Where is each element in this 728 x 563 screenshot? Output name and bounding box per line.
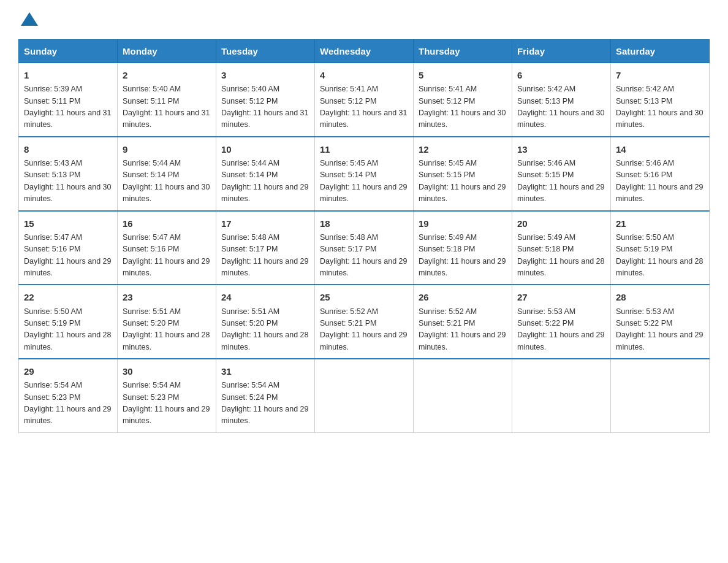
sunrise-text: Sunrise: 5:40 AM	[221, 85, 279, 93]
sunrise-text: Sunrise: 5:47 AM	[123, 233, 181, 242]
sunset-text: Sunset: 5:22 PM	[616, 319, 672, 327]
calendar-cell	[611, 359, 710, 432]
calendar-cell: 25Sunrise: 5:52 AMSunset: 5:21 PMDayligh…	[315, 285, 414, 359]
calendar-cell: 29Sunrise: 5:54 AMSunset: 5:23 PMDayligh…	[19, 359, 118, 432]
calendar-cell	[315, 359, 414, 432]
sunrise-text: Sunrise: 5:42 AM	[616, 85, 674, 93]
daylight-text: Daylight: 11 hours and 28 minutes.	[221, 331, 308, 351]
day-number: 21	[616, 216, 704, 231]
calendar-cell: 5Sunrise: 5:41 AMSunset: 5:12 PMDaylight…	[414, 63, 512, 137]
calendar-cell: 16Sunrise: 5:47 AMSunset: 5:16 PMDayligh…	[118, 211, 216, 285]
daylight-text: Daylight: 11 hours and 31 minutes.	[221, 109, 308, 129]
sunrise-text: Sunrise: 5:49 AM	[419, 233, 477, 242]
sunset-text: Sunset: 5:20 PM	[221, 319, 278, 327]
sunset-text: Sunset: 5:21 PM	[320, 319, 376, 327]
sunrise-text: Sunrise: 5:52 AM	[320, 307, 378, 316]
daylight-text: Daylight: 11 hours and 29 minutes.	[517, 183, 604, 203]
day-number: 17	[221, 216, 309, 231]
sunset-text: Sunset: 5:23 PM	[24, 393, 80, 402]
sunset-text: Sunset: 5:12 PM	[221, 97, 278, 105]
sunrise-text: Sunrise: 5:53 AM	[616, 307, 674, 316]
sunset-text: Sunset: 5:11 PM	[123, 97, 179, 105]
sunset-text: Sunset: 5:14 PM	[320, 170, 376, 179]
calendar-cell: 12Sunrise: 5:45 AMSunset: 5:15 PMDayligh…	[414, 137, 512, 211]
sunrise-text: Sunrise: 5:46 AM	[517, 159, 575, 167]
sunrise-text: Sunrise: 5:51 AM	[221, 307, 279, 316]
calendar-cell: 30Sunrise: 5:54 AMSunset: 5:23 PMDayligh…	[118, 359, 216, 432]
day-number: 8	[24, 142, 112, 156]
day-number: 26	[419, 290, 507, 304]
daylight-text: Daylight: 11 hours and 28 minutes.	[616, 257, 703, 277]
weekday-header-tuesday: Tuesday	[216, 40, 315, 63]
day-number: 7	[616, 68, 704, 82]
sunset-text: Sunset: 5:22 PM	[517, 319, 574, 327]
sunrise-text: Sunrise: 5:46 AM	[616, 159, 674, 167]
sunset-text: Sunset: 5:16 PM	[616, 170, 672, 179]
calendar-cell	[512, 359, 611, 432]
calendar-cell: 8Sunrise: 5:43 AMSunset: 5:13 PMDaylight…	[19, 137, 118, 211]
sunset-text: Sunset: 5:18 PM	[419, 245, 475, 253]
sunset-text: Sunset: 5:15 PM	[517, 170, 574, 179]
page-header	[18, 12, 710, 27]
daylight-text: Daylight: 11 hours and 29 minutes.	[320, 331, 407, 351]
daylight-text: Daylight: 11 hours and 31 minutes.	[24, 109, 111, 129]
sunrise-text: Sunrise: 5:43 AM	[24, 159, 82, 167]
day-number: 16	[123, 216, 211, 231]
calendar-cell: 2Sunrise: 5:40 AMSunset: 5:11 PMDaylight…	[118, 63, 216, 137]
sunset-text: Sunset: 5:24 PM	[221, 393, 278, 402]
weekday-header-row: SundayMondayTuesdayWednesdayThursdayFrid…	[19, 40, 710, 63]
daylight-text: Daylight: 11 hours and 30 minutes.	[517, 109, 604, 129]
daylight-text: Daylight: 11 hours and 30 minutes.	[123, 183, 210, 203]
calendar-cell: 18Sunrise: 5:48 AMSunset: 5:17 PMDayligh…	[315, 211, 414, 285]
logo-triangle-icon	[21, 12, 38, 26]
sunset-text: Sunset: 5:12 PM	[419, 97, 475, 105]
sunrise-text: Sunrise: 5:41 AM	[419, 85, 477, 93]
daylight-text: Daylight: 11 hours and 29 minutes.	[221, 257, 308, 277]
sunrise-text: Sunrise: 5:48 AM	[221, 233, 279, 242]
calendar-cell: 13Sunrise: 5:46 AMSunset: 5:15 PMDayligh…	[512, 137, 611, 211]
sunset-text: Sunset: 5:19 PM	[616, 245, 672, 253]
sunrise-text: Sunrise: 5:50 AM	[24, 307, 82, 316]
calendar-cell: 10Sunrise: 5:44 AMSunset: 5:14 PMDayligh…	[216, 137, 315, 211]
sunset-text: Sunset: 5:23 PM	[123, 393, 179, 402]
calendar-cell: 20Sunrise: 5:49 AMSunset: 5:18 PMDayligh…	[512, 211, 611, 285]
day-number: 15	[24, 216, 112, 231]
daylight-text: Daylight: 11 hours and 29 minutes.	[419, 257, 506, 277]
calendar-table: SundayMondayTuesdayWednesdayThursdayFrid…	[18, 39, 710, 433]
day-number: 30	[123, 364, 211, 378]
sunrise-text: Sunrise: 5:44 AM	[123, 159, 181, 167]
daylight-text: Daylight: 11 hours and 30 minutes.	[616, 109, 703, 129]
day-number: 22	[24, 290, 112, 304]
day-number: 11	[320, 142, 408, 156]
calendar-cell: 15Sunrise: 5:47 AMSunset: 5:16 PMDayligh…	[19, 211, 118, 285]
day-number: 6	[517, 68, 605, 82]
daylight-text: Daylight: 11 hours and 28 minutes.	[24, 331, 111, 351]
day-number: 2	[123, 68, 211, 82]
day-number: 12	[419, 142, 507, 156]
calendar-cell: 27Sunrise: 5:53 AMSunset: 5:22 PMDayligh…	[512, 285, 611, 359]
sunrise-text: Sunrise: 5:40 AM	[123, 85, 181, 93]
daylight-text: Daylight: 11 hours and 29 minutes.	[320, 183, 407, 203]
daylight-text: Daylight: 11 hours and 28 minutes.	[123, 331, 210, 351]
sunset-text: Sunset: 5:18 PM	[517, 245, 574, 253]
daylight-text: Daylight: 11 hours and 29 minutes.	[616, 331, 703, 351]
sunrise-text: Sunrise: 5:39 AM	[24, 85, 82, 93]
daylight-text: Daylight: 11 hours and 31 minutes.	[320, 109, 407, 129]
sunset-text: Sunset: 5:19 PM	[24, 319, 80, 327]
sunrise-text: Sunrise: 5:44 AM	[221, 159, 279, 167]
logo	[18, 12, 38, 27]
calendar-cell: 11Sunrise: 5:45 AMSunset: 5:14 PMDayligh…	[315, 137, 414, 211]
sunset-text: Sunset: 5:17 PM	[221, 245, 278, 253]
daylight-text: Daylight: 11 hours and 29 minutes.	[24, 257, 111, 277]
daylight-text: Daylight: 11 hours and 29 minutes.	[123, 405, 210, 425]
day-number: 27	[517, 290, 605, 304]
calendar-cell: 19Sunrise: 5:49 AMSunset: 5:18 PMDayligh…	[414, 211, 512, 285]
calendar-cell: 24Sunrise: 5:51 AMSunset: 5:20 PMDayligh…	[216, 285, 315, 359]
daylight-text: Daylight: 11 hours and 29 minutes.	[419, 331, 506, 351]
day-number: 14	[616, 142, 704, 156]
day-number: 18	[320, 216, 408, 231]
weekday-header-friday: Friday	[512, 40, 611, 63]
sunset-text: Sunset: 5:21 PM	[419, 319, 475, 327]
day-number: 3	[221, 68, 309, 82]
sunrise-text: Sunrise: 5:45 AM	[419, 159, 477, 167]
